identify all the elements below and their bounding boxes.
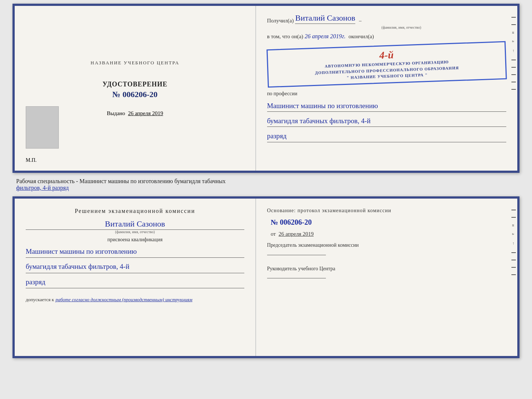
doc-right-panel: Получил(а) Виталий Сазонов – (фамилия, и… <box>256 6 517 171</box>
prof-line3: разряд <box>267 131 506 142</box>
prof-label: по профессии <box>267 91 506 97</box>
received-prefix: Получил(а) <box>267 18 294 24</box>
rukovoditel-label: Руководитель учебного Центра <box>267 265 506 272</box>
bottom-left-panel: Решением экзаменационной комиссии Витали… <box>15 199 256 356</box>
vydano-label: Выдано <box>107 110 125 116</box>
side-letter-a: а <box>511 40 516 42</box>
bsm-2 <box>511 217 516 218</box>
bsm-6 <box>511 274 516 275</box>
vtom-date: 26 апреля 2019г. <box>305 33 345 40</box>
side-letter-k: ← <box>511 49 516 53</box>
bsm-1 <box>511 210 516 210</box>
name-sub: (фамилия, имя, отчество) <box>296 25 506 29</box>
middle-line1: Рабочая специальность - Машинист машины … <box>16 178 226 184</box>
osnov-label: Основание: протокол экзаменационной коми… <box>267 208 506 214</box>
side-mark-7 <box>511 89 516 90</box>
ot-label: от <box>271 231 276 237</box>
ot-date-line: от 26 апреля 2019 <box>271 231 506 237</box>
side-mark-5 <box>511 74 516 75</box>
bsm-k: ← <box>511 242 516 246</box>
center-label: НАЗВАНИЕ УЧЕБНОГО ЦЕНТРА <box>91 60 179 66</box>
side-mark-3 <box>511 60 516 60</box>
bottom-right-panel: Основание: протокол экзаменационной коми… <box>256 199 517 356</box>
udostoverenie-number: № 006206-20 <box>103 90 168 99</box>
vtom-line: в том, что он(а) 26 апреля 2019г. окончи… <box>267 33 506 40</box>
vtom-suffix: окончил(а) <box>349 33 374 40</box>
vydano-date: 26 апреля 2019 <box>128 110 163 116</box>
ot-date: 26 апреля 2019 <box>278 231 314 237</box>
middle-line2: фильтров, 4-й разряд <box>16 185 69 191</box>
side-mark-1 <box>511 17 516 18</box>
chairman-label: Председатель экзаменационной комиссии <box>267 242 506 249</box>
fio-handwritten: Виталий Сазонов <box>26 219 244 230</box>
prisvoena-label: присвоена квалификация <box>26 237 244 243</box>
prof-line1: Машинист машины по изготовлению <box>267 100 506 112</box>
side-letter-i: и <box>511 32 516 34</box>
vtom-prefix: в том, что он(а) <box>267 33 303 40</box>
doc-left-panel: НАЗВАНИЕ УЧЕБНОГО ЦЕНТРА УДОСТОВЕРЕНИЕ №… <box>15 6 256 171</box>
vydano-line: Выдано 26 апреля 2019 <box>107 110 163 117</box>
dopuskaetsya-line: допускается к работе согласно должностны… <box>26 297 244 303</box>
bsm-4 <box>511 260 516 260</box>
side-marks: и а ← <box>511 17 516 90</box>
mp-label: М.П. <box>26 157 37 163</box>
fio-sub: (фамилия, имя, отчество) <box>26 230 244 234</box>
bottom-document: Решением экзаменационной комиссии Витали… <box>12 196 520 358</box>
dash1: – <box>359 18 362 24</box>
stamp-block: 4-й АВТОНОМНУЮ НЕКОММЕРЧЕСКУЮ ОРГАНИЗАЦИ… <box>266 41 507 88</box>
side-mark-4 <box>511 67 516 68</box>
received-name: Виталий Сазонов <box>295 13 355 24</box>
qual-line2: бумагидля табачных фильтров, 4-й <box>26 261 244 273</box>
middle-text-block: Рабочая специальность - Машинист машины … <box>12 176 520 193</box>
chairman-signature-line <box>267 255 326 255</box>
qual-line1: Машинист машины по изготовлению <box>26 246 244 258</box>
received-line: Получил(а) Виталий Сазонов – (фамилия, и… <box>267 13 506 29</box>
side-mark-2 <box>511 24 516 25</box>
dopuskaetsya-prefix: допускается к <box>26 297 54 303</box>
bsm-i: и <box>511 224 516 227</box>
qual-line3: разряд <box>26 276 244 288</box>
top-document: НАЗВАНИЕ УЧЕБНОГО ЦЕНТРА УДОСТОВЕРЕНИЕ №… <box>12 4 520 173</box>
udostoverenie-block: УДОСТОВЕРЕНИЕ № 006206-20 <box>103 81 168 99</box>
prof-line2: бумагидля табачных фильтров, 4-й <box>267 115 506 127</box>
udostoverenie-title: УДОСТОВЕРЕНИЕ <box>103 81 168 88</box>
bsm-5 <box>511 267 516 268</box>
komissia-title: Решением экзаменационной комиссии <box>26 208 244 214</box>
bsm-a: а <box>511 233 516 235</box>
rukovoditel-signature-line <box>267 278 326 278</box>
fio-block: Виталий Сазонов (фамилия, имя, отчество) <box>26 217 244 234</box>
side-mark-6 <box>511 82 516 82</box>
photo-placeholder <box>26 106 59 149</box>
bottom-side-marks: и а ← <box>511 210 516 275</box>
protokol-number: № 006206-20 <box>271 218 506 227</box>
dopuskaetsya-text: работе согласно должностным (производств… <box>55 297 192 303</box>
bsm-3 <box>511 252 516 253</box>
